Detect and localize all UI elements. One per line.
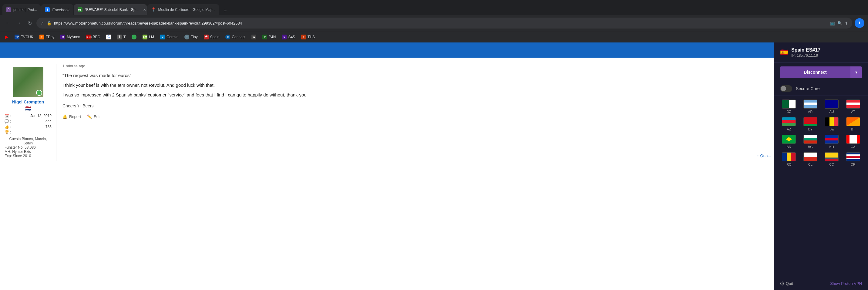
toggle-knob xyxy=(781,86,786,91)
country-code-ca: CA xyxy=(851,145,855,149)
edit-label: Edit xyxy=(94,114,100,119)
vpn-panel: 🇪🇸 Spain ES#17 IP: 185.76.11.19 Disconne… xyxy=(774,42,868,290)
bookmark-spain[interactable]: 🏳️ Spain xyxy=(202,33,222,41)
country-item-ar[interactable]: AR xyxy=(802,99,819,113)
vpn-disconnect-row: Disconnect ▾ xyxy=(774,63,868,82)
flag-ar xyxy=(803,99,817,109)
messages-value: 444 xyxy=(45,119,52,123)
country-item-at[interactable]: AT xyxy=(844,99,862,113)
report-button[interactable]: 🔔 Report xyxy=(62,114,81,119)
country-item-az[interactable]: AZ xyxy=(780,117,798,131)
ths-label: THS xyxy=(308,35,315,39)
country-item-br[interactable]: BR xyxy=(780,135,798,149)
extensions-button[interactable]: f xyxy=(855,18,864,28)
country-item-cl[interactable]: CL xyxy=(802,152,819,166)
t-favicon: T xyxy=(117,35,122,39)
power-icon: ⏻ xyxy=(780,281,784,286)
back-button[interactable]: ← xyxy=(4,19,12,27)
country-item-bt[interactable]: BT xyxy=(844,117,862,131)
address-bar[interactable]: ☆ 🔒 https://www.motorhomefun.co.uk/forum… xyxy=(36,18,852,29)
bookmark-p4n[interactable]: P P4N xyxy=(260,33,278,41)
s4s-favicon: S xyxy=(282,35,287,39)
bbc-favicon: BBC xyxy=(86,35,91,39)
post-signature: Cheers 'n' Beers xyxy=(62,104,768,108)
bookmark-w[interactable]: W xyxy=(249,33,259,41)
country-item-au[interactable]: AU xyxy=(823,99,841,113)
bookmark-connect[interactable]: C Connect xyxy=(223,33,248,41)
address-bar-row: ← → ↻ ☆ 🔒 https://www.motorhomefun.co.uk… xyxy=(0,15,868,31)
bookmark-youtube[interactable]: ▶ xyxy=(2,33,11,41)
browser-chrome: P pm.me | Prot... f Facebook MF *BEWARE*… xyxy=(0,0,868,42)
country-item-be[interactable]: BE xyxy=(823,117,841,131)
p4n-favicon: P xyxy=(262,35,267,39)
bookmark-google[interactable]: ✦ xyxy=(129,33,139,41)
bookmark-myanon[interactable]: M MyAnon xyxy=(58,33,83,41)
tab-close-button[interactable]: ✕ xyxy=(142,7,147,12)
zoom-icon: 🔍 xyxy=(837,21,842,26)
country-item-co[interactable]: CO xyxy=(823,152,841,166)
tab-proton[interactable]: P pm.me | Prot... xyxy=(2,4,41,15)
country-item-cr[interactable]: CR xyxy=(844,152,862,166)
calendar-icon: 📅 : xyxy=(5,114,11,118)
bookmark-bbc[interactable]: BBC BBC xyxy=(84,33,102,41)
connect-favicon: C xyxy=(225,35,230,39)
username[interactable]: Nigel Crompton xyxy=(12,99,44,104)
tab-forum[interactable]: MF *BEWARE* Sabadell Bank - Sp... ✕ xyxy=(74,4,147,15)
edit-button[interactable]: ✏️ Edit xyxy=(87,114,100,119)
country-item-by[interactable]: BY xyxy=(802,117,819,131)
exp-value: Since 2010 xyxy=(13,154,31,158)
cast-icon: 📺 xyxy=(830,21,835,26)
tab-favicon-forum: MF xyxy=(78,7,83,12)
join-date-value: Jan 18, 2019 xyxy=(31,114,52,118)
vpn-dropdown-button[interactable]: ▾ xyxy=(850,66,862,78)
tab-favicon-facebook: f xyxy=(45,7,50,12)
bookmark-tiny[interactable]: T Tiny xyxy=(182,33,200,41)
forward-button[interactable]: → xyxy=(14,19,23,27)
youtube-icon: ▶ xyxy=(5,34,8,40)
reactions-value: 783 xyxy=(45,125,52,129)
secure-core-label: Secure Core xyxy=(796,86,820,91)
country-item-bg[interactable]: BG xyxy=(802,135,819,149)
bookmark-tday[interactable]: T TDay xyxy=(37,33,57,41)
tab-maps[interactable]: 📍 Moulin de Collioure - Google Map... xyxy=(147,4,219,15)
country-item-ca[interactable]: CA xyxy=(844,135,862,149)
reactions-row: 👍 : 783 xyxy=(5,124,52,129)
bookmark-lm[interactable]: LM LM xyxy=(140,33,156,41)
country-code-bt: BT xyxy=(851,127,855,131)
post-actions: 🔔 Report ✏️ Edit xyxy=(62,114,768,119)
quote-button[interactable]: + Quo... xyxy=(757,153,771,158)
tab-facebook[interactable]: f Facebook xyxy=(41,4,73,15)
vpn-header: 🇪🇸 Spain ES#17 IP: 185.76.11.19 xyxy=(774,42,868,63)
bookmark-g[interactable]: G xyxy=(104,33,114,41)
myanon-favicon: M xyxy=(60,35,65,39)
disconnect-button[interactable]: Disconnect xyxy=(780,66,850,78)
spain-favicon: 🏳️ xyxy=(204,35,209,39)
country-item-dz[interactable]: DZ xyxy=(780,99,798,113)
flag-bt xyxy=(846,117,860,126)
w-favicon: W xyxy=(251,35,256,39)
flag-by xyxy=(803,117,817,126)
user-meta: 📅 : Jan 18, 2019 💬 : 444 👍 : 783 🏆 : xyxy=(5,113,52,135)
country-item-kh[interactable]: KH xyxy=(823,135,841,149)
bookmark-garmin[interactable]: G Garmin xyxy=(158,33,181,41)
google-favicon: ✦ xyxy=(132,35,136,39)
bookmark-ths[interactable]: T THS xyxy=(299,33,317,41)
message-icon: 💬 : xyxy=(5,119,11,123)
bookmark-t[interactable]: T T xyxy=(115,33,128,41)
flag-co xyxy=(825,152,839,162)
country-code-co: CO xyxy=(829,163,834,166)
flag-bg xyxy=(803,135,817,144)
show-proton-vpn-link[interactable]: Show Proton VPN xyxy=(830,281,862,286)
reload-button[interactable]: ↻ xyxy=(26,19,34,27)
country-code-by: BY xyxy=(808,127,812,131)
bookmark-s4s[interactable]: S S4S xyxy=(279,33,298,41)
bookmark-tvcuk[interactable]: TV TVCUK xyxy=(12,33,36,41)
new-tab-button[interactable]: + xyxy=(221,7,229,15)
quit-button[interactable]: ⏻ Quit xyxy=(780,281,793,286)
country-code-cl: CL xyxy=(808,163,812,166)
secure-core-toggle[interactable] xyxy=(780,85,792,92)
tab-label-facebook: Facebook xyxy=(52,7,69,12)
ip-address: 185.76.11.19 xyxy=(797,53,818,58)
flag-dz xyxy=(782,99,796,109)
country-item-ro[interactable]: RO xyxy=(780,152,798,166)
